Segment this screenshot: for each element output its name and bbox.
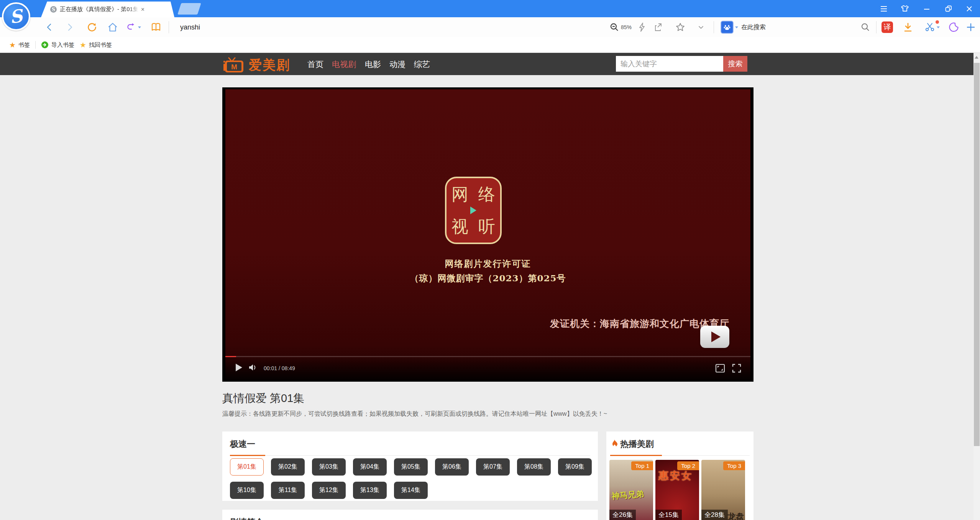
page-search-icon[interactable] — [860, 17, 870, 37]
forward-icon[interactable] — [63, 17, 76, 37]
scissors-caret[interactable] — [937, 26, 940, 28]
episode-button[interactable]: 第02集 — [271, 458, 305, 476]
episode-count-badge: 全28集 — [701, 510, 728, 520]
nav-anime[interactable]: 动漫 — [389, 59, 405, 70]
undo-dropdown-caret[interactable] — [138, 26, 141, 28]
bookmark-book-icon[interactable] — [149, 17, 163, 37]
seal-char: 网 — [446, 178, 473, 210]
section-divider — [610, 455, 750, 456]
episode-button[interactable]: 第01集 — [230, 458, 264, 476]
play-icon[interactable] — [235, 363, 243, 372]
tv-logo-icon: M — [223, 57, 245, 73]
volume-icon[interactable] — [248, 364, 258, 371]
nav-variety[interactable]: 综艺 — [414, 59, 430, 70]
search-here-label[interactable]: 在此搜索 — [741, 23, 766, 31]
night-mode-moon-icon[interactable] — [949, 17, 959, 37]
screenshot-scissors-icon[interactable] — [924, 17, 940, 37]
refresh-icon[interactable] — [85, 17, 99, 37]
favorite-star-icon[interactable] — [675, 17, 685, 37]
toolbar-separator — [169, 21, 169, 33]
hot-series-heading: 热播美剧 — [610, 438, 654, 450]
episode-button[interactable]: 第12集 — [312, 482, 346, 499]
back-icon[interactable] — [43, 17, 56, 37]
big-play-button[interactable] — [700, 326, 729, 348]
scrollbar-thumb[interactable] — [974, 63, 980, 446]
episode-button[interactable]: 第10集 — [230, 482, 264, 499]
search-engine-caret[interactable] — [735, 26, 738, 28]
poster-title: 龙盘 — [727, 511, 744, 520]
zoom-level[interactable]: 85% — [621, 24, 632, 30]
picture-in-picture-icon[interactable] — [715, 364, 725, 373]
browser-logo[interactable]: S — [2, 2, 30, 31]
site-logo[interactable]: M 爱美剧 — [223, 56, 290, 74]
share-icon[interactable] — [653, 17, 663, 37]
skin-theme-icon[interactable] — [896, 0, 914, 17]
restore-window-button[interactable] — [940, 0, 957, 17]
episode-button[interactable]: 第03集 — [312, 458, 346, 476]
episode-button[interactable]: 第14集 — [394, 482, 428, 499]
bookmarks-menu[interactable]: ★ 书签 — [9, 41, 30, 49]
address-bar[interactable]: yanshi — [180, 17, 200, 37]
zoom-out-icon[interactable]: 85% — [609, 17, 632, 37]
episode-count-badge: 全15集 — [655, 510, 682, 520]
translate-icon[interactable]: 译 — [882, 17, 893, 37]
license-seal: 网 络 视 听 — [445, 177, 502, 244]
episode-button[interactable]: 第07集 — [476, 458, 510, 476]
minimize-button[interactable] — [918, 0, 936, 17]
url-text[interactable]: yanshi — [180, 23, 200, 31]
seal-char: 听 — [473, 210, 500, 243]
download-icon[interactable] — [903, 17, 913, 37]
video-screen[interactable]: 网 络 视 听 网络剧片发行许可证 （琼）网微剧审字（2023）第025号 发证… — [225, 89, 750, 380]
menu-icon[interactable] — [875, 0, 893, 17]
fullscreen-icon[interactable] — [732, 364, 741, 373]
poster-item[interactable]: 龙盘 Top 3 全28集 — [701, 460, 745, 520]
site-header — [0, 53, 973, 75]
page-scrollbar[interactable] — [973, 53, 980, 520]
episode-button[interactable]: 第08集 — [517, 458, 551, 476]
favorites-dropdown-icon[interactable] — [698, 17, 704, 37]
episode-count-badge: 全26集 — [609, 510, 636, 520]
episode-button[interactable]: 第11集 — [271, 482, 305, 499]
bookmarks-label[interactable]: 书签 — [18, 41, 30, 49]
new-tab-button[interactable] — [177, 3, 201, 15]
episode-row: 第10集 第11集 第12集 第13集 第14集 — [230, 482, 428, 499]
home-icon[interactable] — [106, 17, 120, 37]
browser-logo-letter: S — [8, 5, 24, 28]
tab-title: 正在播放《真情假爱》- 第01集 — [60, 6, 139, 13]
nav-movies[interactable]: 电影 — [365, 59, 381, 70]
import-arrow-icon — [41, 41, 49, 49]
import-bookmarks-label[interactable]: 导入书签 — [51, 41, 74, 49]
add-extension-plus-icon[interactable] — [966, 17, 976, 37]
scrollbar-up-arrow[interactable] — [975, 56, 978, 59]
poster-item[interactable]: 神马兄弟 Top 1 全26集 — [609, 460, 653, 520]
site-search-button[interactable]: 搜索 — [723, 56, 747, 72]
site-search-input[interactable] — [616, 56, 723, 72]
tab-favicon-icon: S — [50, 6, 57, 13]
episode-button[interactable]: 第09集 — [558, 458, 592, 476]
tip-text: 温馨提示：各线路更新不同步，可尝试切换线路查看；如果视频加载失败，可刷新页面或切… — [222, 410, 607, 418]
toolbar-separator — [714, 21, 714, 33]
seal-char: 视 — [446, 210, 473, 243]
episode-button[interactable]: 第04集 — [353, 458, 387, 476]
baidu-search-engine-icon[interactable]: 在此搜索 — [721, 17, 766, 37]
episode-button[interactable]: 第06集 — [435, 458, 469, 476]
recover-bookmarks-label[interactable]: 找回书签 — [89, 41, 112, 49]
seek-bar[interactable] — [225, 356, 750, 357]
poster-item[interactable]: 惠安女 Top 2 全15集 — [655, 460, 699, 520]
browser-tab[interactable]: S 正在播放《真情假爱》- 第01集 × — [41, 2, 174, 17]
close-window-button[interactable] — [960, 0, 978, 17]
tab-close-icon[interactable]: × — [141, 7, 144, 13]
line-group-heading: 极速一 — [230, 438, 255, 450]
browser-toolbar — [0, 17, 980, 37]
episode-button[interactable]: 第05集 — [394, 458, 428, 476]
import-bookmarks-button[interactable]: 导入书签 — [41, 41, 74, 49]
recover-bookmarks-button[interactable]: ★ 找回书签 — [80, 41, 112, 49]
nav-home[interactable]: 首页 — [307, 59, 323, 70]
episode-button[interactable]: 第13集 — [353, 482, 387, 499]
video-player[interactable]: 网 络 视 听 网络剧片发行许可证 （琼）网微剧审字（2023）第025号 发证… — [222, 87, 753, 382]
site-name[interactable]: 爱美剧 — [249, 56, 290, 74]
flash-accelerate-icon[interactable] — [638, 17, 646, 37]
nav-tv-series[interactable]: 电视剧 — [332, 59, 356, 70]
scissors-badge-dot — [936, 20, 939, 24]
undo-recover-icon[interactable] — [126, 17, 141, 37]
